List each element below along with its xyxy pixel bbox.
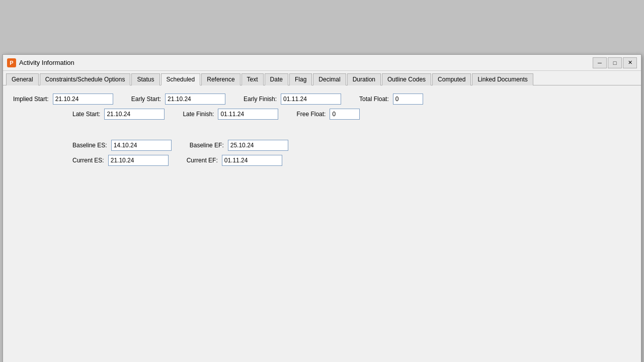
free-float-label: Free Float:	[296, 111, 326, 118]
baseline-es-input[interactable]	[111, 140, 172, 151]
current-ef-input[interactable]	[222, 155, 282, 166]
activity-information-window: P Activity Information ─ □ ✕ General Con…	[3, 54, 641, 362]
row-current-es: Current ES: Current EF:	[13, 155, 631, 166]
tab-flag[interactable]: Flag	[289, 73, 312, 85]
baseline-ef-label: Baseline EF:	[190, 142, 224, 149]
window-title: Activity Information	[19, 59, 74, 66]
late-start-input[interactable]	[104, 109, 165, 120]
row-implied-start: Implied Start: Early Start: Early Finish…	[13, 94, 631, 105]
tab-linked-documents[interactable]: Linked Documents	[472, 73, 533, 85]
svg-text:P: P	[10, 60, 13, 66]
implied-start-label: Implied Start:	[13, 96, 49, 103]
free-float-input[interactable]	[330, 109, 360, 120]
tab-text[interactable]: Text	[242, 73, 264, 85]
baseline-es-label: Baseline ES:	[72, 142, 107, 149]
titlebar-close-button[interactable]: ✕	[623, 57, 637, 68]
baseline-ef-input[interactable]	[228, 140, 288, 151]
late-finish-label: Late Finish:	[183, 111, 214, 118]
tab-general[interactable]: General	[6, 73, 39, 85]
row-baseline-es: Baseline ES: Baseline EF:	[13, 140, 631, 151]
total-float-input[interactable]	[393, 94, 423, 105]
early-finish-input[interactable]	[281, 94, 341, 105]
minimize-button[interactable]: ─	[593, 57, 607, 68]
row-late-start: Late Start: Late Finish: Free Float:	[13, 109, 631, 120]
tab-reference[interactable]: Reference	[201, 73, 240, 85]
titlebar: P Activity Information ─ □ ✕	[3, 55, 641, 71]
implied-start-input[interactable]	[53, 94, 113, 105]
tab-duration[interactable]: Duration	[347, 73, 381, 85]
titlebar-controls: ─ □ ✕	[593, 57, 637, 68]
tab-decimal[interactable]: Decimal	[313, 73, 346, 85]
current-ef-label: Current EF:	[187, 157, 218, 164]
current-es-input[interactable]	[108, 155, 169, 166]
late-start-label: Late Start:	[72, 111, 100, 118]
tab-constraints[interactable]: Constraints/Schedule Options	[40, 73, 131, 85]
late-finish-input[interactable]	[218, 109, 278, 120]
tab-date[interactable]: Date	[265, 73, 288, 85]
maximize-button[interactable]: □	[608, 57, 622, 68]
tab-scheduled[interactable]: Scheduled	[161, 73, 201, 85]
tab-computed[interactable]: Computed	[432, 73, 471, 85]
current-es-label: Current ES:	[72, 157, 104, 164]
titlebar-left: P Activity Information	[7, 58, 74, 67]
tabs-bar: General Constraints/Schedule Options Sta…	[3, 71, 641, 85]
content-area: Implied Start: Early Start: Early Finish…	[3, 85, 641, 362]
primavera-icon: P	[7, 58, 16, 67]
total-float-label: Total Float:	[359, 96, 389, 103]
early-start-input[interactable]	[165, 94, 225, 105]
form-grid: Implied Start: Early Start: Early Finish…	[13, 94, 631, 166]
early-finish-label: Early Finish:	[244, 96, 277, 103]
tab-outline-codes[interactable]: Outline Codes	[382, 73, 431, 85]
early-start-label: Early Start:	[131, 96, 161, 103]
tab-status[interactable]: Status	[131, 73, 159, 85]
